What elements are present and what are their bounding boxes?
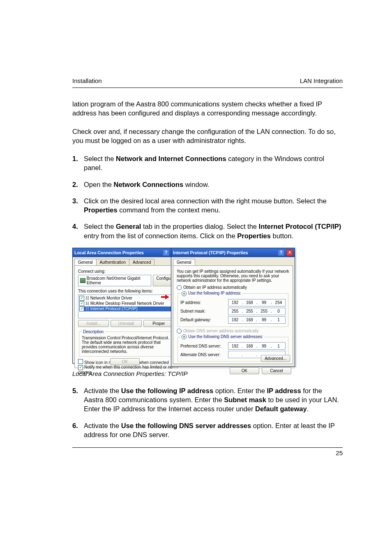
default-gateway-field[interactable]: 192.168.99.1 <box>228 316 286 324</box>
radio-obtain-dns <box>177 329 182 334</box>
checkbox-show-icon[interactable] <box>78 359 83 364</box>
install-button[interactable]: Install... <box>78 320 109 327</box>
step-num: 5. <box>72 386 84 414</box>
description-text: Transmission Control Protocol/Internet P… <box>82 336 169 354</box>
close-icon[interactable]: × <box>286 249 293 256</box>
uninstall-button[interactable]: Uninstall <box>111 320 141 327</box>
steps-list-b: 5. Activate the Use the following IP add… <box>72 386 343 439</box>
adapter-name: Broadcom NetXtreme Gigabit Etherne <box>87 276 149 285</box>
connect-using-label: Connect using: <box>78 269 174 274</box>
description-group: Description Transmission Control Protoco… <box>79 329 173 357</box>
subnet-mask-field[interactable]: 255.255.255.0 <box>228 308 286 315</box>
checkbox-icon[interactable]: ✔ <box>79 301 84 306</box>
radio-use-ip[interactable] <box>182 291 187 296</box>
tab-authentication[interactable]: Authentication <box>96 259 129 265</box>
advanced-button[interactable]: Advanced... <box>261 355 290 362</box>
steps-list-a: 1. Select the Network and Internet Conne… <box>72 154 343 240</box>
paragraph-2: Check over and, if necessary change the … <box>72 127 343 145</box>
ip-address-field[interactable]: 192.168.99.254 <box>228 299 286 306</box>
header-right: LAN Integration <box>300 77 343 84</box>
checkbox-notify[interactable]: ✔ <box>78 365 83 370</box>
step-num: 3. <box>72 196 84 215</box>
tab-advanced[interactable]: Advanced <box>129 259 154 265</box>
cancel-button[interactable]: Cancel <box>262 367 291 374</box>
header-rule <box>72 88 343 88</box>
checkbox-icon[interactable]: ✔ <box>79 306 84 311</box>
window-title-a: Local Area Connection Properties <box>74 250 144 255</box>
footer-rule <box>72 447 343 448</box>
ok-button-a[interactable]: OK <box>110 358 140 365</box>
use-dns-label: Use the following DNS server addresses: <box>188 334 263 339</box>
step-num: 2. <box>72 180 84 189</box>
properties-button[interactable]: Proper <box>143 320 174 327</box>
checkbox-icon[interactable]: ✔ <box>79 296 84 301</box>
step-num: 6. <box>72 421 84 440</box>
tab-general-b[interactable]: General <box>173 259 195 265</box>
items-label: This connection uses the following items… <box>78 289 174 293</box>
callout-arrow-icon <box>165 295 169 299</box>
step-1: 1. Select the Network and Internet Conne… <box>72 154 343 173</box>
titlebar-a[interactable]: Local Area Connection Properties ? × <box>73 248 180 257</box>
use-ip-label: Use the following IP address: <box>188 291 241 295</box>
step-5: 5. Activate the Use the following IP add… <box>72 386 343 414</box>
intro-text: You can get IP settings assigned automat… <box>177 269 289 283</box>
step-num: 4. <box>72 222 84 240</box>
connection-items-list[interactable]: ✔☷ Network Monitor Driver ✔☷ McAfee Desk… <box>78 295 174 318</box>
step-2: 2. Open the Network Connections window. <box>72 180 343 189</box>
help-icon[interactable]: ? <box>278 249 284 256</box>
radio-use-dns[interactable] <box>182 334 187 339</box>
window-title-b: Internet Protocol (TCP/IP) Properties <box>173 250 248 255</box>
radio-obtain-ip[interactable] <box>177 285 182 290</box>
step-6: 6. Activate the Use the following DNS se… <box>72 421 343 440</box>
nic-icon <box>80 278 85 283</box>
item-tcpip[interactable]: Internet Protocol (TCP/IP) <box>90 306 138 311</box>
tab-general-a[interactable]: General <box>74 259 97 265</box>
page-number: 25 <box>72 449 343 456</box>
ok-button-b[interactable]: OK <box>230 367 259 374</box>
figure-tcpip-properties: Local Area Connection Properties ? × Gen… <box>72 248 302 367</box>
step-4: 4. Select the General tab in the propert… <box>72 222 343 240</box>
window-local-area-connection: Local Area Connection Properties ? × Gen… <box>72 248 180 364</box>
step-3: 3. Click on the desired local area conne… <box>72 196 343 215</box>
paragraph-1: lation program of the Aastra 800 communi… <box>72 99 343 118</box>
header-left: Installation <box>72 77 102 84</box>
step-num: 1. <box>72 154 84 173</box>
callout-line <box>161 296 165 298</box>
titlebar-b[interactable]: Internet Protocol (TCP/IP) Properties ? … <box>171 248 295 257</box>
preferred-dns-field[interactable]: 192.168.99.1 <box>228 342 286 350</box>
help-icon[interactable]: ? <box>163 249 169 256</box>
window-tcpip-properties: Internet Protocol (TCP/IP) Properties ? … <box>171 248 295 367</box>
